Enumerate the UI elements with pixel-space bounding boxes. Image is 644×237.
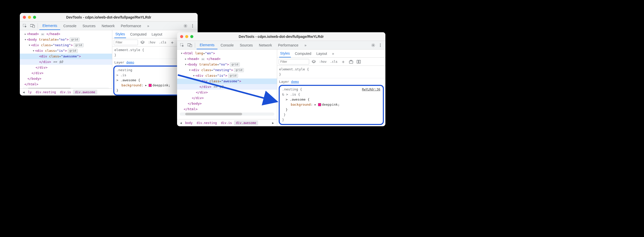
device-toggle-icon[interactable] [29,22,36,29]
breadcrumb-item[interactable]: div.awesome [234,120,258,125]
devtools-window-1: DevTools - cdpn.io/web-dot-dev/fullpage/… [20,13,198,96]
svg-point-11 [380,43,381,44]
tab-console[interactable]: Console [217,41,237,49]
kebab-menu-icon[interactable] [377,42,384,49]
maximize-icon[interactable] [190,35,193,38]
tab-performance[interactable]: Performance [118,22,144,30]
cls-button[interactable]: .cls [329,59,339,64]
hov-button[interactable]: :hov [147,40,156,45]
tab-elements[interactable]: Elements [39,22,60,30]
tab-styles[interactable]: Styles [114,30,126,38]
main-tabs: Elements Console Sources Network Perform… [39,22,152,30]
svg-rect-16 [357,60,358,63]
svg-rect-9 [190,44,192,47]
styles-filter-row: :hov .cls ＋ [277,58,385,66]
settings-icon[interactable] [370,42,377,49]
tab-sources[interactable]: Sources [237,41,256,49]
more-tabs-icon[interactable]: » [331,50,335,57]
breadcrumb: ◀ ly div.nesting div.is div.awesome [20,88,112,96]
svg-rect-2 [33,25,35,28]
main-toolbar: Elements Console Sources Network Perform… [177,41,385,50]
new-style-icon[interactable]: ＋ [340,59,347,64]
styles-panel: Styles Computed Layout » :hov .cls ＋ ele… [277,50,385,126]
kebab-menu-icon[interactable] [189,22,196,29]
elements-panel: ▸<head> ⋯ </head> ▾<body translate="no">… [20,30,112,96]
svg-point-13 [380,46,381,47]
svg-rect-17 [359,60,360,63]
svg-point-3 [185,25,186,26]
tab-network[interactable]: Network [99,22,118,30]
breadcrumb-next-icon[interactable]: ▶ [271,121,275,125]
minimize-icon[interactable] [185,35,188,38]
dom-tree[interactable]: ▸<head> ⋯ </head> ▾<body translate="no">… [20,30,112,88]
titlebar: DevTools - cdpn.io/web-dot-dev/fullpage/… [177,32,385,41]
tab-sources[interactable]: Sources [80,22,99,30]
dom-tree[interactable]: ▾<html lang="en"> ▸<head> ⋯ </head> ▾<bo… [177,50,277,119]
inspect-icon[interactable] [21,22,28,29]
flex-editor-icon[interactable] [348,59,354,64]
layers-icon[interactable] [139,40,146,45]
close-icon[interactable] [23,16,26,19]
layers-icon[interactable] [311,59,317,64]
styles-tabs: Styles Computed Layout » [277,50,385,58]
layer-link[interactable]: demo [291,80,299,84]
svg-point-6 [192,27,193,27]
color-swatch-icon[interactable] [318,103,321,106]
breadcrumb-item[interactable]: div.is [219,120,234,125]
device-toggle-icon[interactable] [186,42,193,49]
minimize-icon[interactable] [28,16,31,19]
color-swatch-icon[interactable] [149,84,152,87]
breadcrumb: ◀ body div.nesting div.is div.awesome ▶ [177,119,277,126]
svg-point-10 [373,44,374,45]
tab-computed[interactable]: Computed [129,30,148,38]
breadcrumb-item[interactable]: div.nesting [195,120,219,125]
new-style-icon[interactable]: ＋ [169,40,176,45]
more-tabs-icon[interactable]: » [302,41,310,49]
more-tabs-icon[interactable]: » [144,22,152,30]
maximize-icon[interactable] [33,16,36,19]
tab-network[interactable]: Network [256,41,275,49]
layer-link[interactable]: demo [126,60,134,64]
breadcrumb-item[interactable]: div.awesome [73,90,97,95]
breadcrumb-item[interactable]: div.nesting [34,90,58,95]
breadcrumb-item[interactable]: ly [26,90,34,95]
svg-rect-14 [349,61,353,63]
elements-panel: ▾<html lang="en"> ▸<head> ⋯ </head> ▾<bo… [177,50,277,126]
inspect-icon[interactable] [179,42,186,49]
cls-button[interactable]: .cls [158,40,167,45]
traffic-lights [23,16,36,19]
window-title: DevTools - cdpn.io/web-dot-dev/fullpage/… [239,35,324,39]
tab-console[interactable]: Console [60,22,79,30]
main-tabs: Elements Console Sources Network Perform… [197,41,309,49]
window-title: DevTools - cdpn.io/web-dot-dev/fullpage/… [66,15,151,19]
svg-point-5 [192,25,193,26]
scrollbar[interactable] [22,88,109,88]
titlebar: DevTools - cdpn.io/web-dot-dev/fullpage/… [20,13,198,22]
styles-body[interactable]: element.style { } Layer demo RwYLRdr:36 … [277,66,385,126]
close-icon[interactable] [180,35,183,38]
svg-rect-15 [350,60,352,61]
settings-icon[interactable] [182,22,189,29]
traffic-lights [180,35,193,38]
breadcrumb-prev-icon[interactable]: ◀ [179,121,183,125]
breadcrumb-prev-icon[interactable]: ◀ [21,90,26,94]
styles-highlight: RwYLRdr:36 .nesting { & > .is { > .aweso… [279,85,384,125]
filter-input[interactable] [279,59,309,65]
tab-elements[interactable]: Elements [197,41,217,49]
main-toolbar: Elements Console Sources Network Perform… [20,22,198,30]
tab-styles[interactable]: Styles [279,50,291,57]
devtools-window-2: DevTools - cdpn.io/web-dot-dev/fullpage/… [177,32,385,126]
grid-editor-icon[interactable] [356,59,362,64]
tab-layout[interactable]: Layout [315,50,328,57]
tab-layout[interactable]: Layout [151,30,163,38]
scrollbar[interactable] [180,113,274,116]
breadcrumb-item[interactable]: div.is [58,90,73,95]
source-link[interactable]: RwYLRdr:36 [362,87,380,92]
tab-computed[interactable]: Computed [294,50,312,57]
svg-point-4 [192,24,193,25]
tab-performance[interactable]: Performance [275,41,301,49]
hov-button[interactable]: :hov [318,59,328,64]
breadcrumb-item[interactable]: body [183,120,195,125]
svg-point-12 [380,45,381,45]
filter-input[interactable] [114,40,138,45]
